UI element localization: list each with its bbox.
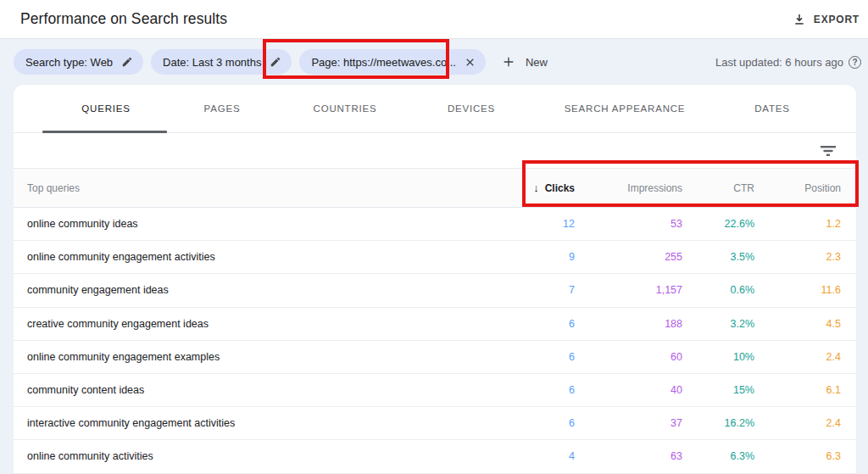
table-row[interactable]: creative community engagement ideas 6 18… bbox=[14, 308, 856, 341]
export-button[interactable]: EXPORT bbox=[789, 8, 863, 31]
position-cell: 4.5 bbox=[754, 318, 841, 330]
tab-dates[interactable]: DATES bbox=[754, 85, 790, 132]
edit-icon[interactable] bbox=[270, 56, 281, 68]
help-icon[interactable]: ? bbox=[849, 56, 861, 69]
column-header-impressions[interactable]: Impressions bbox=[575, 182, 682, 194]
dimension-tabs: QUERIES PAGES COUNTRIES DEVICES SEARCH A… bbox=[14, 85, 856, 133]
page-title: Performance on Search results bbox=[20, 10, 227, 28]
column-header-clicks[interactable]: ↓ Clicks bbox=[473, 181, 575, 194]
impressions-cell: 188 bbox=[575, 318, 682, 330]
filter-bar: Search type: Web Date: Last 3 months Pag… bbox=[0, 39, 868, 85]
tab-search-appearance[interactable]: SEARCH APPEARANCE bbox=[565, 85, 686, 132]
query-cell[interactable]: interactive community engagement activit… bbox=[27, 417, 473, 429]
table-row[interactable]: online community ideas 12 53 22.6% 1.2 bbox=[14, 208, 856, 241]
table-header-row: Top queries ↓ Clicks Impressions CTR Pos… bbox=[14, 168, 856, 208]
position-cell: 11.6 bbox=[754, 284, 841, 296]
ctr-cell: 16.2% bbox=[682, 417, 754, 429]
query-cell[interactable]: online community activities bbox=[27, 450, 473, 462]
table-row[interactable]: online community activities 4 63 6.3% 6.… bbox=[14, 440, 856, 473]
impressions-cell: 60 bbox=[575, 351, 682, 363]
query-cell[interactable]: online community engagement examples bbox=[27, 351, 473, 363]
ctr-cell: 0.6% bbox=[682, 284, 754, 296]
ctr-cell: 3.2% bbox=[682, 318, 754, 330]
column-header-top-queries[interactable]: Top queries bbox=[27, 182, 473, 194]
edit-icon[interactable] bbox=[121, 56, 133, 68]
position-cell: 6.3 bbox=[754, 450, 841, 462]
last-updated-status: Last updated: 6 hours ago ? bbox=[715, 56, 861, 69]
filter-rows-button[interactable] bbox=[817, 140, 839, 162]
ctr-cell: 22.6% bbox=[682, 218, 754, 230]
chip-label: Date: Last 3 months bbox=[163, 56, 261, 69]
column-header-position[interactable]: Position bbox=[754, 182, 841, 194]
download-icon bbox=[793, 13, 806, 26]
last-updated-text: Last updated: 6 hours ago bbox=[715, 56, 843, 69]
clicks-cell: 4 bbox=[473, 450, 575, 462]
clicks-cell: 12 bbox=[473, 218, 575, 230]
performance-card: QUERIES PAGES COUNTRIES DEVICES SEARCH A… bbox=[14, 85, 856, 474]
close-icon[interactable] bbox=[465, 57, 476, 68]
impressions-cell: 37 bbox=[575, 417, 682, 429]
impressions-cell: 1,157 bbox=[575, 284, 682, 296]
query-cell[interactable]: community content ideas bbox=[27, 384, 473, 396]
filter-chip-page[interactable]: Page: https://meetwaves.co... bbox=[299, 49, 486, 75]
tab-queries[interactable]: QUERIES bbox=[81, 85, 130, 132]
clicks-cell: 9 bbox=[473, 251, 575, 263]
table-row[interactable]: community engagement ideas 7 1,157 0.6% … bbox=[14, 274, 856, 307]
query-cell[interactable]: online community engagement activities bbox=[27, 251, 473, 263]
table-row[interactable]: community content ideas 6 40 15% 6.1 bbox=[14, 374, 856, 407]
ctr-cell: 10% bbox=[682, 351, 754, 363]
chip-label: Page: https://meetwaves.co... bbox=[311, 56, 456, 69]
impressions-cell: 63 bbox=[575, 450, 682, 462]
table-row[interactable]: online community engagement activities 9… bbox=[14, 241, 856, 274]
ctr-cell: 15% bbox=[682, 384, 754, 396]
filter-chip-search-type[interactable]: Search type: Web bbox=[14, 49, 143, 75]
position-cell: 6.1 bbox=[754, 384, 841, 396]
table-row[interactable]: online community engagement examples 6 6… bbox=[14, 341, 856, 374]
new-label: New bbox=[526, 56, 548, 69]
clicks-cell: 6 bbox=[473, 417, 575, 429]
position-cell: 2.4 bbox=[754, 417, 841, 429]
table-toolbar bbox=[14, 133, 856, 168]
sort-descending-icon: ↓ bbox=[533, 181, 539, 194]
new-filter-button[interactable]: New bbox=[502, 55, 548, 69]
clicks-cell: 7 bbox=[473, 284, 575, 296]
impressions-cell: 53 bbox=[575, 218, 682, 230]
tab-countries[interactable]: COUNTRIES bbox=[314, 85, 377, 132]
impressions-cell: 255 bbox=[575, 251, 682, 263]
ctr-cell: 3.5% bbox=[682, 251, 754, 263]
position-cell: 2.4 bbox=[754, 351, 841, 363]
clicks-cell: 6 bbox=[473, 318, 575, 330]
filter-chip-date[interactable]: Date: Last 3 months bbox=[151, 49, 292, 75]
filter-list-icon bbox=[821, 145, 836, 157]
column-header-ctr[interactable]: CTR bbox=[682, 182, 754, 194]
query-cell[interactable]: creative community engagement ideas bbox=[27, 318, 473, 330]
clicks-cell: 6 bbox=[473, 351, 575, 363]
position-cell: 1.2 bbox=[754, 218, 841, 230]
position-cell: 2.3 bbox=[754, 251, 841, 263]
tab-devices[interactable]: DEVICES bbox=[448, 85, 495, 132]
query-cell[interactable]: online community ideas bbox=[27, 218, 473, 230]
chip-label: Search type: Web bbox=[25, 56, 113, 69]
top-bar: Performance on Search results EXPORT bbox=[0, 0, 868, 39]
tab-pages[interactable]: PAGES bbox=[204, 85, 241, 132]
plus-icon bbox=[502, 55, 515, 69]
query-cell[interactable]: community engagement ideas bbox=[27, 284, 473, 296]
table-row[interactable]: interactive community engagement activit… bbox=[14, 407, 856, 440]
export-label: EXPORT bbox=[814, 14, 860, 25]
clicks-cell: 6 bbox=[473, 384, 575, 396]
ctr-cell: 6.3% bbox=[682, 450, 754, 462]
impressions-cell: 40 bbox=[575, 384, 682, 396]
